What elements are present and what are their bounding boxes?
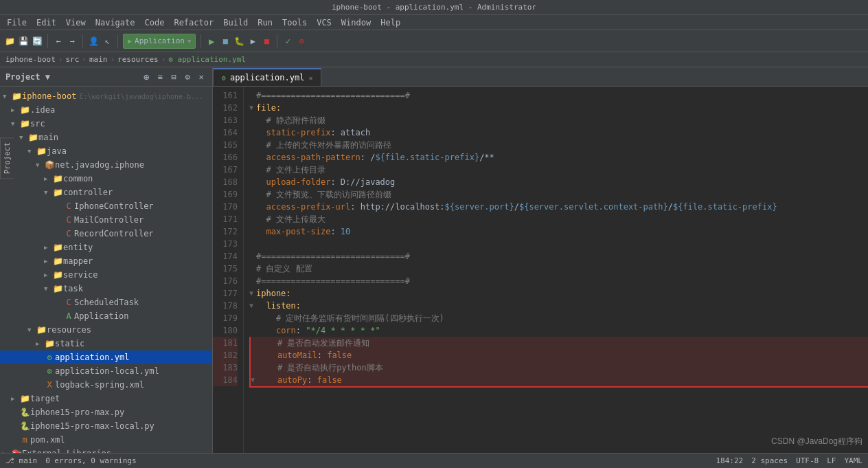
tab-close-btn[interactable]: ✕ [308, 74, 312, 82]
menu-tools[interactable]: Tools [278, 16, 311, 29]
fold-176[interactable] [249, 275, 256, 287]
breadcrumb-part-1[interactable]: iphone-boot [5, 55, 56, 64]
fold-171[interactable] [249, 213, 256, 225]
fold-168[interactable] [249, 176, 256, 188]
cursor-icon[interactable]: ↖ [102, 36, 113, 47]
tree-java[interactable]: ▼ 📁 java [0, 144, 212, 158]
fold-169[interactable] [249, 188, 256, 201]
fold-166[interactable] [249, 151, 256, 164]
menu-window[interactable]: Window [337, 16, 375, 29]
tree-controller[interactable]: ▼ 📁 controller [0, 186, 212, 199]
fold-180[interactable] [249, 324, 256, 337]
menu-help[interactable]: Help [376, 16, 404, 29]
menu-view[interactable]: View [62, 16, 90, 29]
fold-179[interactable] [249, 312, 256, 324]
tree-record-controller[interactable]: ▶ C RecordController [0, 227, 212, 241]
fold-161[interactable] [249, 89, 256, 102]
breadcrumb-part-3[interactable]: main [89, 55, 108, 64]
sidebar-title: Project ▼ [5, 72, 50, 82]
tree-application-yml[interactable]: ▶ ⚙ application.yml [0, 350, 212, 364]
close-sidebar-icon[interactable]: ✕ [196, 71, 207, 82]
menu-vcs[interactable]: VCS [312, 16, 336, 29]
coverage-icon[interactable]: ✓ [282, 36, 293, 47]
indent-status[interactable]: 2 spaces [751, 456, 788, 465]
menu-code[interactable]: Code [141, 16, 169, 29]
fold-165[interactable] [249, 139, 256, 151]
code-content[interactable]: #=============================# ▼ file: … [244, 87, 868, 468]
profile-icon[interactable]: ⊘ [296, 36, 307, 47]
fold-184[interactable]: ▼ [251, 374, 258, 386]
run2-icon[interactable]: ▶ [247, 36, 258, 47]
git-status[interactable]: ⎇ main [5, 456, 37, 465]
menu-run[interactable]: Run [253, 16, 277, 29]
tree-resources[interactable]: ▼ 📁 resources [0, 323, 212, 337]
build-icon[interactable]: ■ [220, 36, 231, 47]
run-icon[interactable]: ▶ [206, 36, 217, 47]
tree-logback[interactable]: ▶ X logback-spring.xml [0, 378, 212, 392]
tree-root[interactable]: ▼ 📁 iphone-boot E:\workgit\javadog\iphon… [0, 89, 212, 103]
tree-package[interactable]: ▼ 📦 net.javadog.iphone [0, 158, 212, 172]
menu-file[interactable]: File [3, 16, 31, 29]
fold-162[interactable]: ▼ [249, 102, 256, 114]
scroll-from-source-icon[interactable]: ≡ [155, 71, 165, 82]
tree-mapper[interactable]: ▶ 📁 mapper [0, 254, 212, 268]
collapse-icon[interactable]: ⊟ [168, 71, 179, 82]
breadcrumb-sep-2: › [82, 55, 87, 64]
tree-target[interactable]: ▶ 📁 target [0, 392, 212, 405]
stop-icon[interactable]: ■ [261, 36, 272, 47]
fold-163[interactable] [249, 114, 256, 126]
tab-application-yml[interactable]: ⚙ application.yml ✕ [213, 68, 321, 86]
tree-task[interactable]: ▼ 📁 task [0, 282, 212, 296]
tree-scheduled-task[interactable]: ▶ C ScheduledTask [0, 296, 212, 309]
sync-icon[interactable]: 🔄 [32, 36, 43, 47]
tree-iphone-controller[interactable]: ▶ C IphoneController [0, 199, 212, 213]
add-icon[interactable]: ⊕ [141, 71, 152, 82]
fold-173[interactable] [249, 238, 256, 250]
tree-pom[interactable]: ▶ m pom.xml [0, 433, 212, 447]
menu-edit[interactable]: Edit [32, 16, 60, 29]
breadcrumb-part-4[interactable]: resources [117, 55, 159, 64]
menu-refactor[interactable]: Refactor [170, 16, 218, 29]
tree-application[interactable]: ▶ A Application [0, 309, 212, 323]
tree-entity[interactable]: ▶ 📁 entity [0, 241, 212, 254]
tree-py1[interactable]: ▶ 🐍 iphone15-pro-max.py [0, 405, 212, 419]
line-ending-status[interactable]: LF [827, 456, 836, 465]
encoding-status[interactable]: UTF-8 [796, 456, 819, 465]
forward-icon[interactable]: → [67, 36, 78, 47]
fold-175[interactable] [249, 263, 256, 275]
fold-170[interactable] [249, 201, 256, 213]
project-panel-label[interactable]: Project [0, 137, 14, 179]
tree-idea[interactable]: ▶ 📁 .idea [0, 103, 212, 117]
fold-181[interactable] [251, 337, 258, 349]
fold-182[interactable] [251, 349, 258, 361]
user-icon[interactable]: 👤 [88, 36, 99, 47]
menu-build[interactable]: Build [219, 16, 252, 29]
tree-application-local-yml[interactable]: ▶ ⚙ application-local.yml [0, 364, 212, 378]
tree-service[interactable]: ▶ 📁 service [0, 268, 212, 282]
run-config-dropdown[interactable]: ▶ Application ▼ [123, 34, 196, 49]
debug-icon[interactable]: 🐛 [233, 36, 244, 47]
code-text: static-prefix: attach [256, 126, 370, 139]
fold-167[interactable] [249, 164, 256, 176]
fold-183[interactable] [251, 361, 258, 374]
fold-172[interactable] [249, 225, 256, 238]
fold-177[interactable]: ▼ [249, 287, 256, 300]
yml-icon-app: ⚙ [44, 352, 55, 363]
save-icon[interactable]: 💾 [18, 36, 29, 47]
settings-icon[interactable]: ⚙ [182, 71, 193, 82]
fold-178[interactable]: ▼ [249, 300, 256, 312]
back-icon[interactable]: ← [53, 36, 64, 47]
fold-174[interactable] [249, 250, 256, 263]
tree-mail-controller[interactable]: ▶ C MailController [0, 213, 212, 227]
breadcrumb-part-5[interactable]: ⚙ application.yml [168, 55, 246, 64]
tree-static[interactable]: ▶ 📁 static [0, 337, 212, 350]
tree-src[interactable]: ▼ 📁 src [0, 117, 212, 131]
tree-common[interactable]: ▶ 📁 common [0, 172, 212, 186]
watermark: CSDN @JavaDog程序狗 [771, 436, 863, 447]
tree-main[interactable]: ▼ 📁 main [0, 131, 212, 144]
menu-navigate[interactable]: Navigate [91, 16, 139, 29]
fold-164[interactable] [249, 126, 256, 139]
open-file-icon[interactable]: 📁 [4, 36, 15, 47]
breadcrumb-part-2[interactable]: src [65, 55, 79, 64]
tree-py2[interactable]: ▶ 🐍 iphone15-pro-max-local.py [0, 419, 212, 433]
